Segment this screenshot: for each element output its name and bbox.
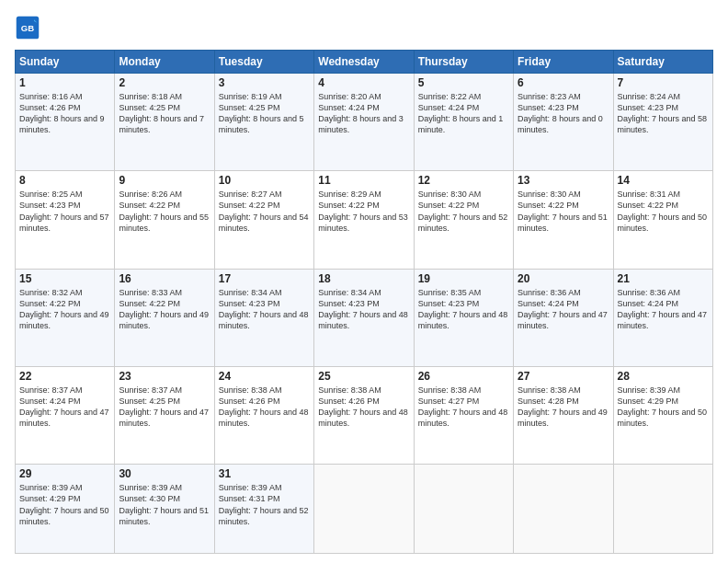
calendar-cell: 25 Sunrise: 8:38 AMSunset: 4:26 PMDaylig…: [314, 366, 414, 464]
calendar-cell: 21 Sunrise: 8:36 AMSunset: 4:24 PMDaylig…: [613, 269, 712, 366]
cell-info: Sunrise: 8:26 AMSunset: 4:22 PMDaylight:…: [119, 190, 209, 232]
header: GB: [15, 15, 713, 40]
calendar-cell: 11 Sunrise: 8:29 AMSunset: 4:22 PMDaylig…: [314, 171, 414, 269]
cell-info: Sunrise: 8:30 AMSunset: 4:22 PMDaylight:…: [518, 190, 608, 232]
calendar-cell: 15 Sunrise: 8:32 AMSunset: 4:22 PMDaylig…: [16, 269, 115, 366]
calendar-body: 1 Sunrise: 8:16 AMSunset: 4:26 PMDayligh…: [16, 74, 713, 554]
cell-info: Sunrise: 8:38 AMSunset: 4:27 PMDaylight:…: [418, 385, 508, 428]
cell-info: Sunrise: 8:39 AMSunset: 4:31 PMDaylight:…: [219, 483, 309, 525]
day-number: 18: [318, 272, 409, 285]
cell-info: Sunrise: 8:39 AMSunset: 4:29 PMDaylight:…: [618, 385, 708, 428]
cell-info: Sunrise: 8:34 AMSunset: 4:23 PMDaylight:…: [219, 288, 309, 330]
cell-info: Sunrise: 8:25 AMSunset: 4:23 PMDaylight:…: [19, 190, 109, 232]
calendar-cell: 1 Sunrise: 8:16 AMSunset: 4:26 PMDayligh…: [16, 74, 115, 171]
calendar-cell: 7 Sunrise: 8:24 AMSunset: 4:23 PMDayligh…: [613, 74, 712, 171]
day-number: 24: [219, 370, 310, 383]
header-cell-wednesday: Wednesday: [314, 51, 414, 74]
day-number: 17: [219, 272, 310, 285]
logo-icon: GB: [15, 15, 40, 40]
calendar-cell: [613, 465, 712, 554]
cell-info: Sunrise: 8:18 AMSunset: 4:25 PMDaylight:…: [119, 92, 204, 134]
cell-info: Sunrise: 8:20 AMSunset: 4:24 PMDaylight:…: [318, 92, 404, 134]
day-number: 14: [618, 174, 709, 187]
calendar-cell: 30 Sunrise: 8:39 AMSunset: 4:30 PMDaylig…: [115, 465, 214, 554]
calendar-cell: 6 Sunrise: 8:23 AMSunset: 4:23 PMDayligh…: [514, 74, 613, 171]
day-number: 25: [318, 370, 409, 383]
day-number: 3: [219, 76, 310, 89]
logo: GB: [15, 15, 42, 40]
cell-info: Sunrise: 8:27 AMSunset: 4:22 PMDaylight:…: [219, 190, 309, 232]
calendar-cell: 12 Sunrise: 8:30 AMSunset: 4:22 PMDaylig…: [414, 171, 513, 269]
calendar-page: GB SundayMondayTuesdayWednesdayThursdayF…: [0, 0, 728, 563]
calendar-cell: 28 Sunrise: 8:39 AMSunset: 4:29 PMDaylig…: [613, 366, 712, 464]
header-cell-thursday: Thursday: [414, 51, 513, 74]
day-number: 30: [119, 467, 210, 480]
header-cell-sunday: Sunday: [16, 51, 115, 74]
cell-info: Sunrise: 8:24 AMSunset: 4:23 PMDaylight:…: [618, 92, 708, 134]
day-number: 4: [318, 76, 409, 89]
cell-info: Sunrise: 8:19 AMSunset: 4:25 PMDaylight:…: [219, 92, 304, 134]
day-number: 22: [19, 370, 110, 383]
calendar-cell: [414, 465, 513, 554]
cell-info: Sunrise: 8:29 AMSunset: 4:22 PMDaylight:…: [318, 190, 408, 232]
calendar-week-4: 22 Sunrise: 8:37 AMSunset: 4:24 PMDaylig…: [16, 366, 713, 464]
cell-info: Sunrise: 8:23 AMSunset: 4:23 PMDaylight:…: [518, 92, 603, 134]
cell-info: Sunrise: 8:16 AMSunset: 4:26 PMDaylight:…: [19, 92, 105, 134]
calendar-cell: 24 Sunrise: 8:38 AMSunset: 4:26 PMDaylig…: [214, 366, 313, 464]
calendar-cell: 3 Sunrise: 8:19 AMSunset: 4:25 PMDayligh…: [214, 74, 313, 171]
svg-text:GB: GB: [21, 23, 34, 33]
day-number: 15: [19, 272, 110, 285]
cell-info: Sunrise: 8:39 AMSunset: 4:30 PMDaylight:…: [119, 483, 209, 525]
cell-info: Sunrise: 8:22 AMSunset: 4:24 PMDaylight:…: [418, 92, 504, 134]
calendar-cell: 16 Sunrise: 8:33 AMSunset: 4:22 PMDaylig…: [115, 269, 214, 366]
day-number: 2: [119, 76, 210, 89]
calendar-week-3: 15 Sunrise: 8:32 AMSunset: 4:22 PMDaylig…: [16, 269, 713, 366]
day-number: 6: [518, 76, 609, 89]
calendar-cell: [514, 465, 613, 554]
day-number: 21: [618, 272, 709, 285]
day-number: 10: [219, 174, 310, 187]
calendar-cell: 22 Sunrise: 8:37 AMSunset: 4:24 PMDaylig…: [16, 366, 115, 464]
day-number: 16: [119, 272, 210, 285]
day-number: 7: [618, 76, 709, 89]
header-cell-monday: Monday: [115, 51, 214, 74]
day-number: 12: [418, 174, 509, 187]
calendar-cell: 17 Sunrise: 8:34 AMSunset: 4:23 PMDaylig…: [214, 269, 313, 366]
day-number: 31: [219, 467, 310, 480]
day-number: 27: [518, 370, 609, 383]
calendar-cell: 14 Sunrise: 8:31 AMSunset: 4:22 PMDaylig…: [613, 171, 712, 269]
cell-info: Sunrise: 8:38 AMSunset: 4:26 PMDaylight:…: [219, 385, 309, 428]
day-number: 8: [19, 174, 110, 187]
cell-info: Sunrise: 8:38 AMSunset: 4:28 PMDaylight:…: [518, 385, 608, 428]
calendar-cell: 23 Sunrise: 8:37 AMSunset: 4:25 PMDaylig…: [115, 366, 214, 464]
calendar-cell: 19 Sunrise: 8:35 AMSunset: 4:23 PMDaylig…: [414, 269, 513, 366]
cell-info: Sunrise: 8:36 AMSunset: 4:24 PMDaylight:…: [518, 288, 608, 330]
calendar-cell: 5 Sunrise: 8:22 AMSunset: 4:24 PMDayligh…: [414, 74, 513, 171]
calendar-cell: 20 Sunrise: 8:36 AMSunset: 4:24 PMDaylig…: [514, 269, 613, 366]
calendar-cell: 31 Sunrise: 8:39 AMSunset: 4:31 PMDaylig…: [214, 465, 313, 554]
calendar-week-2: 8 Sunrise: 8:25 AMSunset: 4:23 PMDayligh…: [16, 171, 713, 269]
cell-info: Sunrise: 8:30 AMSunset: 4:22 PMDaylight:…: [418, 190, 508, 232]
header-cell-tuesday: Tuesday: [214, 51, 313, 74]
cell-info: Sunrise: 8:36 AMSunset: 4:24 PMDaylight:…: [618, 288, 708, 330]
cell-info: Sunrise: 8:38 AMSunset: 4:26 PMDaylight:…: [318, 385, 408, 428]
cell-info: Sunrise: 8:31 AMSunset: 4:22 PMDaylight:…: [618, 190, 708, 232]
calendar-cell: 29 Sunrise: 8:39 AMSunset: 4:29 PMDaylig…: [16, 465, 115, 554]
calendar-cell: 8 Sunrise: 8:25 AMSunset: 4:23 PMDayligh…: [16, 171, 115, 269]
cell-info: Sunrise: 8:39 AMSunset: 4:29 PMDaylight:…: [19, 483, 109, 525]
cell-info: Sunrise: 8:35 AMSunset: 4:23 PMDaylight:…: [418, 288, 508, 330]
day-number: 5: [418, 76, 509, 89]
calendar-cell: 9 Sunrise: 8:26 AMSunset: 4:22 PMDayligh…: [115, 171, 214, 269]
calendar-cell: 26 Sunrise: 8:38 AMSunset: 4:27 PMDaylig…: [414, 366, 513, 464]
calendar-cell: 2 Sunrise: 8:18 AMSunset: 4:25 PMDayligh…: [115, 74, 214, 171]
cell-info: Sunrise: 8:33 AMSunset: 4:22 PMDaylight:…: [119, 288, 209, 330]
calendar-table: SundayMondayTuesdayWednesdayThursdayFrid…: [15, 50, 713, 554]
day-number: 23: [119, 370, 210, 383]
calendar-week-1: 1 Sunrise: 8:16 AMSunset: 4:26 PMDayligh…: [16, 74, 713, 171]
calendar-cell: [314, 465, 414, 554]
calendar-cell: 10 Sunrise: 8:27 AMSunset: 4:22 PMDaylig…: [214, 171, 313, 269]
calendar-header-row: SundayMondayTuesdayWednesdayThursdayFrid…: [16, 51, 713, 74]
cell-info: Sunrise: 8:37 AMSunset: 4:24 PMDaylight:…: [19, 385, 109, 428]
calendar-cell: 27 Sunrise: 8:38 AMSunset: 4:28 PMDaylig…: [514, 366, 613, 464]
cell-info: Sunrise: 8:37 AMSunset: 4:25 PMDaylight:…: [119, 385, 209, 428]
